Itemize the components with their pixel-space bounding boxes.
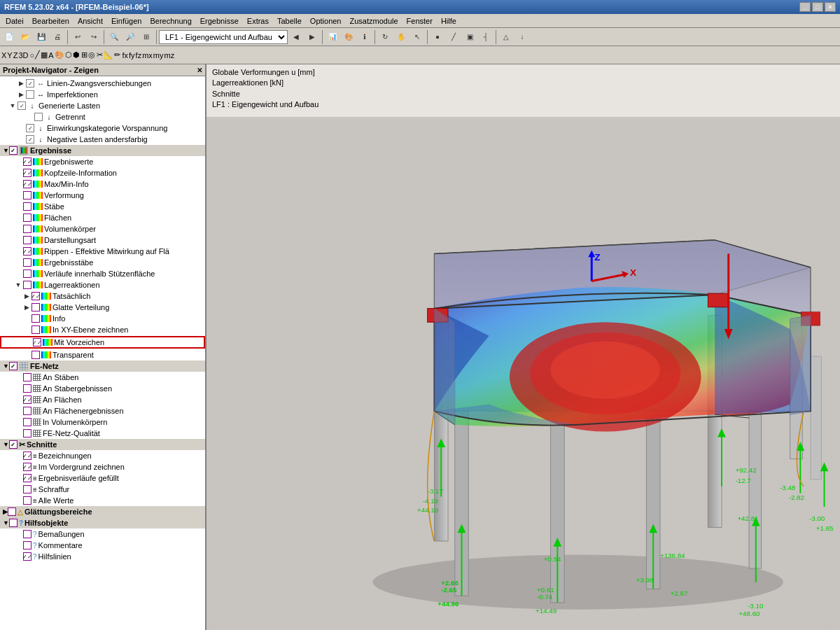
cb-kommentare[interactable] [23,541,31,550]
tree-item-staebe[interactable]: Stäbe [0,201,205,212]
tree-item-fe-qualitaet[interactable]: FE-Netz-Qualität [0,428,205,439]
cb-staebe[interactable] [23,202,31,211]
checkbox-neg[interactable] [26,135,34,144]
tree-item-neg-lasten[interactable]: ↓ Negative Lasten andersfarbig [0,134,205,145]
tree-item-glatte[interactable]: ▶ Glatte Verteilung [0,302,205,313]
cb-kopfzeile[interactable]: ✓ [23,169,31,177]
exp-fe[interactable]: ▼ [3,363,9,370]
tree-item-darst[interactable]: Darstellungsart [0,234,205,246]
display-labels[interactable]: A [48,51,53,59]
annotate-button[interactable]: ✏ [114,50,120,59]
tree-item-mit-vorzeichen[interactable]: ✓ Mit Vorzeichen [0,336,205,349]
display-nodes[interactable]: ○ [29,51,34,59]
cb-ergebniswerte[interactable]: ✓ [23,158,31,166]
view-3d-button[interactable]: 3D [18,51,28,59]
mx-button[interactable]: mx [142,51,153,59]
tree-item-verformung[interactable]: Verformung [0,190,205,201]
cb-im-vordergrund[interactable]: ✓ [23,463,31,471]
redo-button[interactable]: ↪ [86,29,102,45]
view-y-button[interactable]: Y [7,51,12,59]
expander-neg[interactable] [17,135,25,144]
view-z-button[interactable]: Z [13,51,18,59]
solid-mode[interactable]: ⬢ [73,50,80,59]
color-mode[interactable]: 🎨 [55,50,64,59]
load-button[interactable]: ↓ [514,29,530,45]
cb-volumen[interactable] [23,225,31,233]
close-button[interactable]: × [825,2,836,12]
tree-item-lager[interactable]: ▼ Lagerreaktionen [0,279,205,290]
cb-ergebnisstaebe[interactable] [23,258,31,267]
3d-viewport[interactable]: Z X -2.65 +2.68 +44.96 -0.74 +0.61 +14.4… [206,117,840,630]
view-x-button[interactable]: X [1,51,6,59]
cb-an-stabErg[interactable] [23,384,31,393]
tree-item-bemass[interactable]: ? Bemaßungen [0,528,205,540]
menu-datei[interactable]: Datei [1,15,28,27]
cb-glaettung[interactable] [8,507,16,516]
tree-item-kommentare[interactable]: ? Kommentare [0,540,205,551]
node-button[interactable]: ● [430,29,445,45]
minimize-button[interactable]: _ [799,2,811,12]
rotate-button[interactable]: ↻ [377,29,393,45]
zoom-in-button[interactable]: 🔍 [106,29,122,45]
menu-bearbeiten[interactable]: Bearbeiten [28,15,74,27]
cb-schraffur[interactable] [23,485,31,493]
tree-item-im-vordergrund[interactable]: ✓ ≡ Im Vordergrund zeichnen [0,461,205,472]
tree-item-verlaeufe[interactable]: Verläufe innerhalb Stützenfläche [0,268,205,279]
cb-flaechen[interactable] [23,214,31,222]
tree-item-an-flaechen2[interactable]: ✓ An Flächen [0,394,205,405]
snap-node[interactable]: ◎ [88,50,95,59]
menu-optionen[interactable]: Optionen [306,15,346,27]
tree-item-flaechen[interactable]: Flächen [0,212,205,223]
section-schnitte[interactable]: ▼ ✓ ✂ Schnitte [0,439,205,450]
cb-fe[interactable]: ✓ [9,362,18,370]
surface-button[interactable]: ▣ [462,29,477,45]
tree-item-info[interactable]: Info [0,313,205,324]
zoom-all-button[interactable]: ⊞ [139,29,154,45]
print-button[interactable]: 🖨 [50,29,65,45]
tree-item-einwirk[interactable]: ↓ Einwirkungskategorie Vorspannung [0,122,205,134]
display-lines[interactable]: ╱ [35,50,40,59]
line-button[interactable]: ╱ [446,29,461,45]
tree-item-rippen[interactable]: ✓ Rippen - Effektive Mitwirkung auf Flä [0,246,205,257]
tree-item-transparent[interactable]: Transparent [0,349,205,360]
tree-item-volumen[interactable]: Volumenkörper [0,223,205,234]
results-button[interactable]: 📊 [325,29,340,45]
tree-item-alle-werte[interactable]: ≡ Alle Werte [0,495,205,506]
tree-item-tatsaech[interactable]: ▶ ✓ Tatsächlich [0,290,205,302]
pan-button[interactable]: ✋ [393,29,409,45]
tree-item-in-volumen2[interactable]: In Volumenkörpern [0,416,205,428]
cb-an-flaechenErg[interactable] [23,407,31,415]
prev-lc-button[interactable]: ◀ [288,29,304,45]
menu-ansicht[interactable]: Ansicht [74,15,107,27]
exp-glaettung[interactable]: ▶ [3,508,8,515]
cb-xy[interactable] [31,326,40,334]
cb-glatte[interactable] [31,303,40,312]
cb-schnitte[interactable]: ✓ [9,440,18,449]
window-controls[interactable]: _ □ × [799,2,836,12]
exp-ergebnisse[interactable]: ▼ [3,147,9,154]
tree-item-kopfzeile[interactable]: ✓ Kopfzeile-Information [0,167,205,178]
checkbox-einwirk[interactable] [26,124,34,132]
expander-linien[interactable]: ▶ [17,79,25,88]
menu-ergebnisse[interactable]: Ergebnisse [196,15,243,27]
menu-berechnung[interactable]: Berechnung [146,15,195,27]
undo-button[interactable]: ↩ [70,29,85,45]
tree-item-an-stabErg[interactable]: An Stabergebnissen [0,383,205,394]
render-button[interactable]: 🎨 [341,29,356,45]
tree-item-ergebnisstaebe[interactable]: Ergebnisstäbe [0,257,205,268]
exp-lager[interactable]: ▼ [14,281,22,289]
fy-button[interactable]: fy [129,51,135,59]
save-button[interactable]: 💾 [34,29,49,45]
display-surfaces[interactable]: ▦ [41,50,48,59]
section-ergebnisse[interactable]: ▼ ✓ Ergebnisse [0,145,205,156]
my-button[interactable]: my [153,51,164,59]
cb-hilfs[interactable] [9,519,18,527]
cb-fe-qualitaet[interactable] [23,429,31,438]
tree-item-maxmin[interactable]: ✓ Max/Min-Info [0,178,205,190]
tree-item-xy-ebene[interactable]: In XY-Ebene zeichnen [0,324,205,335]
cb-ergebnisverlaeufe[interactable]: ✓ [23,474,31,482]
checkbox-imperf[interactable] [26,90,34,99]
cb-verlaeufe[interactable] [23,270,31,278]
cb-bemass[interactable] [23,530,31,538]
cb-tatsaech[interactable]: ✓ [31,292,40,300]
